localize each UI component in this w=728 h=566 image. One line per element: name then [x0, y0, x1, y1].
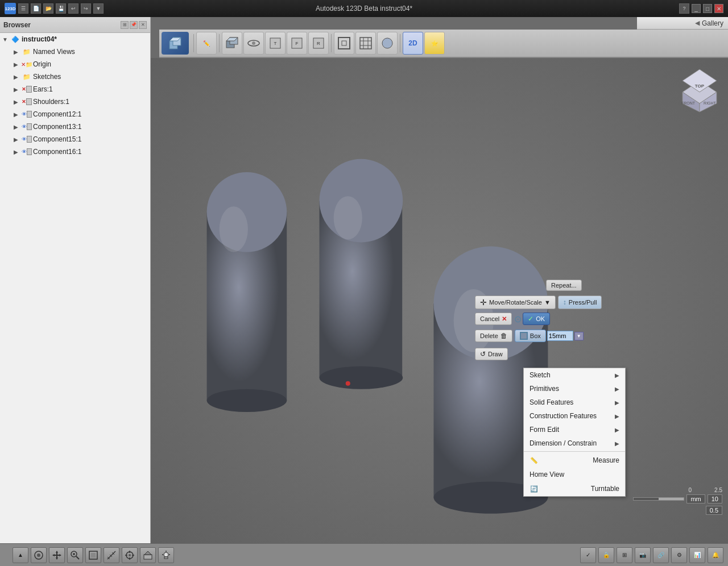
- view-front-button[interactable]: F: [287, 32, 307, 55]
- menu-primitives[interactable]: Primitives ▶: [524, 382, 625, 396]
- status-icon-4[interactable]: 📷: [635, 547, 651, 563]
- menu-form-edit[interactable]: Form Edit ▶: [524, 423, 625, 436]
- new-icon[interactable]: 📄: [31, 3, 41, 14]
- box-value-input[interactable]: [547, 331, 573, 341]
- minimize-button[interactable]: _: [692, 4, 701, 13]
- ruler-icon: 📏: [530, 456, 539, 465]
- menu-solid-features[interactable]: Solid Features ▶: [524, 396, 625, 409]
- grid-button[interactable]: [355, 32, 376, 55]
- pencil-button[interactable]: ✏️: [196, 32, 217, 55]
- box-dropdown-arrow[interactable]: ▼: [574, 332, 584, 340]
- tree-icon-root: 🔷: [10, 35, 20, 44]
- browser-grid-icon[interactable]: ⊞: [121, 21, 129, 29]
- snap-tool-button[interactable]: [122, 547, 138, 563]
- ok-button[interactable]: ✓ OK: [523, 313, 550, 325]
- main-toolbar: ✏️ T F R 2D ⭐: [159, 30, 728, 58]
- box-3d-button[interactable]: [222, 32, 242, 55]
- delete-button[interactable]: Delete 🗑: [475, 330, 512, 342]
- status-icon-3[interactable]: ⊞: [617, 547, 632, 563]
- menu-dimension-constrain[interactable]: Dimension / Constrain ▶: [524, 436, 625, 450]
- draw-button[interactable]: ↺ Draw: [475, 348, 508, 360]
- ok-label: OK: [536, 315, 545, 322]
- svg-point-25: [220, 206, 248, 252]
- view-top-button[interactable]: T: [265, 32, 286, 55]
- redo-icon[interactable]: ↪: [81, 3, 91, 14]
- repeat-button[interactable]: Repeat...: [546, 280, 582, 291]
- scale-sub-value-box: 0.5: [706, 506, 722, 515]
- frame-button[interactable]: [334, 32, 354, 55]
- 2d-button[interactable]: 2D: [403, 32, 423, 55]
- nav-cube-area[interactable]: TOP FRONT RIGHT: [671, 64, 722, 116]
- status-icon-8[interactable]: 🔔: [708, 547, 723, 563]
- menu-turntable[interactable]: 🔄 Turntable: [524, 481, 625, 496]
- home-cube-button[interactable]: [162, 32, 189, 55]
- tree-ears[interactable]: ▶ ✕ Ears:1: [0, 83, 150, 95]
- capsule-left: [207, 172, 287, 412]
- help-icon[interactable]: ?: [679, 3, 689, 14]
- draw-button-container: ↺ Draw: [475, 348, 508, 360]
- menu-construction-features[interactable]: Construction Features ▶: [524, 409, 625, 423]
- action-row-1: ✛ Move/Rotate/Scale ▼ ↕ Press/Pull: [475, 296, 602, 309]
- svg-point-28: [320, 367, 403, 389]
- menu-sketch-label: Sketch: [530, 371, 551, 379]
- tree-origin[interactable]: ▶ ✕ 📁 Origin: [0, 58, 150, 70]
- menu-home-view[interactable]: Home View: [524, 468, 625, 481]
- browser-close-icon[interactable]: ✕: [139, 21, 147, 29]
- viewport[interactable]: TOP FRONT RIGHT Repeat... ✛ Move/Rotate/…: [151, 58, 728, 543]
- tree-arrow-component16: ▶: [14, 149, 22, 155]
- zoom-tool-button[interactable]: [67, 547, 83, 563]
- svg-point-24: [207, 389, 287, 412]
- maximize-button[interactable]: □: [703, 4, 712, 13]
- move-rotate-button[interactable]: ✛ Move/Rotate/Scale ▼: [475, 296, 556, 309]
- open-icon[interactable]: 📂: [43, 3, 53, 14]
- tree-component15[interactable]: ▶ 👁 Component15:1: [0, 133, 150, 145]
- view-right-button[interactable]: R: [308, 32, 329, 55]
- box-button[interactable]: Box: [515, 330, 546, 342]
- light-tool-button[interactable]: [158, 547, 174, 563]
- tree-component12[interactable]: ▶ 👁 Component12:1: [0, 108, 150, 120]
- gallery-bar: ◀ Gallery: [637, 17, 728, 30]
- plane-tool-button[interactable]: [140, 547, 156, 563]
- status-icon-1[interactable]: ✓: [580, 547, 596, 563]
- tree-label-sketches: Sketches: [33, 73, 61, 81]
- menu-measure[interactable]: 📏 Measure: [524, 453, 625, 468]
- cancel-button[interactable]: Cancel ✕: [475, 313, 512, 325]
- press-pull-button[interactable]: ↕ Press/Pull: [558, 296, 602, 309]
- browser-title: Browser: [3, 21, 31, 29]
- svg-rect-64: [144, 555, 152, 559]
- tree-icon-named-views: 📁: [22, 47, 32, 56]
- menu-sketch[interactable]: Sketch ▶: [524, 368, 625, 382]
- undo-icon[interactable]: ↩: [68, 3, 78, 14]
- svg-marker-46: [52, 554, 55, 556]
- tree-named-views[interactable]: ▶ 📁 Named Views: [0, 45, 150, 58]
- tree-root[interactable]: ▼ 🔷 instruct04*: [0, 33, 150, 45]
- tree-component13[interactable]: ▶ 👁 Component13:1: [0, 120, 150, 133]
- tree-component16[interactable]: ▶ 👁 Component16:1: [0, 145, 150, 158]
- status-icon-5[interactable]: 🔗: [653, 547, 669, 563]
- orbit-tool-button[interactable]: [31, 547, 47, 563]
- save-icon[interactable]: 💾: [56, 3, 66, 14]
- svg-point-23: [207, 172, 287, 252]
- browser-pin-icon[interactable]: 📌: [130, 21, 138, 29]
- tree-sketches[interactable]: ▶ 📁 Sketches: [0, 70, 150, 83]
- repeat-button-container: Repeat...: [546, 280, 582, 291]
- sphere-button[interactable]: [377, 32, 398, 55]
- tree-shoulders[interactable]: ▶ ✕ Shoulders:1: [0, 95, 150, 108]
- status-icon-2[interactable]: 🔒: [598, 547, 614, 563]
- status-expand-button[interactable]: ▲: [13, 547, 28, 563]
- scale-unit: mm: [686, 494, 705, 503]
- status-icon-7[interactable]: 📊: [689, 547, 705, 563]
- svg-text:RIGHT: RIGHT: [704, 101, 717, 105]
- more-icon[interactable]: ▼: [93, 3, 104, 14]
- close-button[interactable]: ✕: [714, 4, 723, 13]
- measure-tool-button[interactable]: [104, 547, 119, 563]
- browser-header-icons: ⊞ 📌 ✕: [121, 21, 147, 29]
- menu-icon[interactable]: ☰: [18, 3, 28, 14]
- fit-tool-button[interactable]: [85, 547, 101, 563]
- star-button[interactable]: ⭐: [424, 32, 445, 55]
- separator-1: [193, 34, 194, 52]
- browser-header: Browser ⊞ 📌 ✕: [0, 17, 150, 33]
- status-icon-6[interactable]: ⚙: [671, 547, 687, 563]
- pan-tool-button[interactable]: [49, 547, 65, 563]
- orbit-button[interactable]: [243, 32, 264, 55]
